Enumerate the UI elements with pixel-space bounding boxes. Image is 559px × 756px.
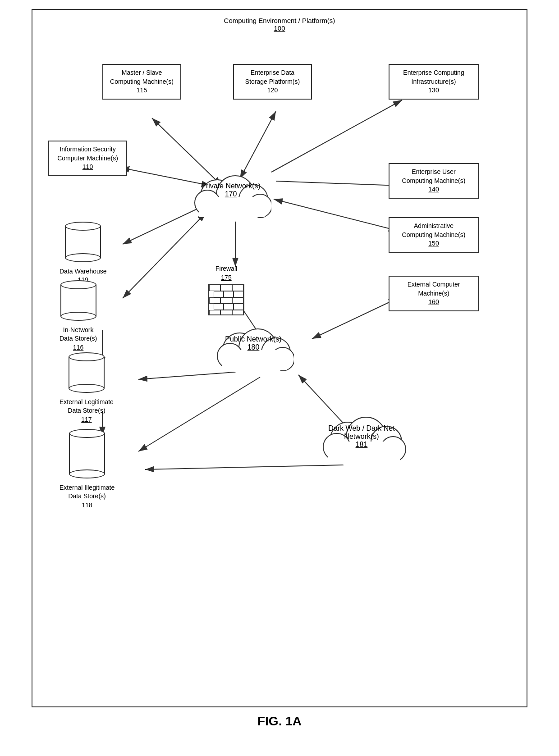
dark-web-id: 181 [356,441,368,448]
svg-rect-25 [199,197,265,217]
svg-line-16 [145,465,344,469]
enterprise-data-storage-node: Enterprise DataStorage Platform(s) 120 [233,64,312,100]
in-network-id: 116 [73,344,83,351]
master-slave-node: Master / SlaveComputing Machine(s) 115 [102,64,181,100]
info-security-label: Information SecurityComputer Machine(s) [57,146,118,162]
ext-legitimate-id: 117 [81,416,92,423]
svg-line-6 [276,181,398,186]
enterprise-data-storage-id: 120 [267,87,278,94]
dark-web-label: Dark Web / Dark NetNetwork(s) [328,424,394,440]
administrative-label: AdministrativeComputing Machine(s) [402,222,466,238]
public-network-id: 180 [247,343,260,351]
private-network-node: Private Network(s) 170 [190,163,271,223]
enterprise-user-node: Enterprise UserComputing Machine(s) 140 [389,163,479,199]
ext-illegitimate-node: External IllegitimateData Store(s) 118 [60,429,115,510]
administrative-node: AdministrativeComputing Machine(s) 150 [389,217,479,253]
ext-illegitimate-id: 118 [82,501,92,509]
enterprise-user-id: 140 [428,186,439,193]
ext-illegitimate-label: External IllegitimateData Store(s) [60,484,115,500]
svg-line-4 [271,100,402,172]
enterprise-user-label: Enterprise UserComputing Machine(s) [402,168,466,184]
administrative-id: 150 [428,240,439,247]
private-network-id: 170 [225,190,237,198]
firewall-label: Firewall [215,265,237,272]
public-network-label: Public Network(s) [225,335,281,343]
ext-legitimate-label: External LegitimateData Store(s) [60,398,114,414]
info-security-id: 110 [82,163,93,170]
ext-legitimate-node: External LegitimateData Store(s) 117 [60,352,114,424]
data-warehouse-node: Data Warehouse 119 [60,222,107,285]
svg-line-7 [274,199,398,231]
svg-line-14 [138,377,260,451]
private-network-label: Private Network(s) [201,182,261,190]
svg-line-9 [123,213,206,298]
public-network-node: Public Network(s) 180 [213,316,294,377]
enterprise-data-storage-label: Enterprise DataStorage Platform(s) [245,69,300,85]
in-network-node: In-NetworkData Store(s) 116 [60,280,97,352]
diagram-container: Computing Environment / Platform(s) 100 [32,9,527,707]
svg-rect-32 [222,350,287,370]
enterprise-computing-id: 130 [428,87,439,94]
external-computer-label: External ComputerMachine(s) [408,281,460,297]
external-computer-node: External ComputerMachine(s) 160 [389,276,479,311]
external-computer-id: 160 [428,298,439,305]
data-warehouse-label: Data Warehouse [60,268,107,275]
enterprise-computing-label: Enterprise ComputingInfrastructure(s) [403,69,464,85]
enterprise-computing-node: Enterprise ComputingInfrastructure(s) 13… [389,64,479,100]
info-security-node: Information SecurityComputer Machine(s) … [48,141,127,176]
master-slave-label: Master / SlaveComputing Machine(s) [110,69,174,85]
computing-env-title: Computing Environment / Platform(s) 100 [32,17,527,32]
in-network-label: In-NetworkData Store(s) [60,326,97,342]
firewall-node: Firewall 175 [208,264,244,318]
figure-label: FIG. 1A [257,714,302,729]
master-slave-id: 115 [137,87,147,94]
svg-line-12 [312,298,398,339]
dark-web-node: Dark Web / Dark NetNetwork(s) 181 [316,406,407,467]
firewall-id: 175 [221,274,231,281]
